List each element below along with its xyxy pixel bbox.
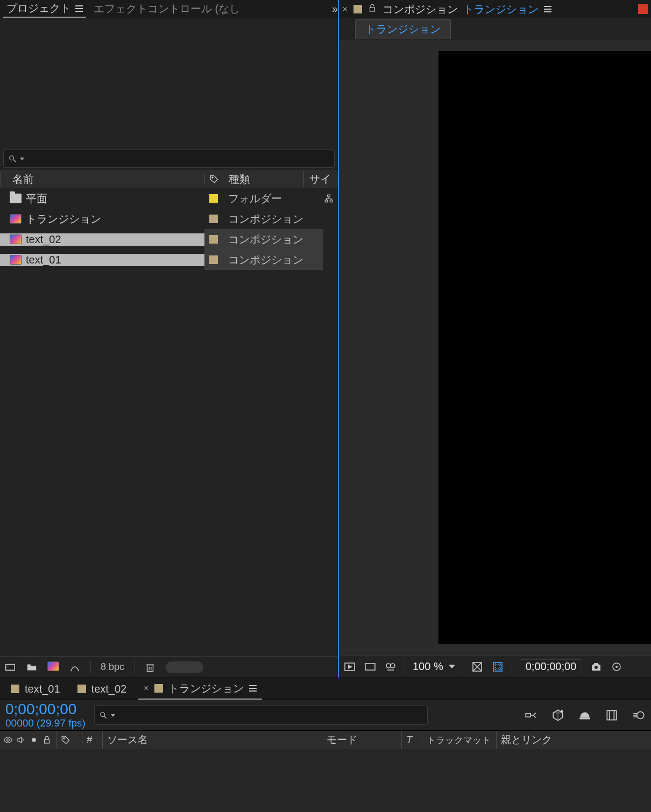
delete-icon[interactable] [144, 661, 156, 673]
column-header-label-color[interactable] [56, 731, 77, 749]
column-header-source[interactable]: ソース名 [102, 731, 317, 749]
toggle-transparency-icon[interactable] [364, 660, 377, 673]
project-column-headers: 名前 種類 サイ [0, 170, 338, 188]
interpret-footage-icon[interactable] [4, 661, 16, 673]
label-color-swatch[interactable] [209, 255, 218, 264]
tag-icon [61, 735, 70, 745]
column-header-t[interactable]: T [401, 731, 418, 749]
motion-blur-icon[interactable] [632, 708, 646, 722]
project-row-type: コンポジション [223, 212, 303, 226]
snapshot-icon[interactable] [590, 660, 603, 673]
layer-switches-header [3, 731, 52, 749]
solo-icon[interactable] [29, 735, 39, 745]
tab-close-icon[interactable]: × [144, 683, 148, 693]
label-color-swatch[interactable] [209, 194, 218, 203]
svg-rect-28 [526, 714, 530, 717]
column-header-label[interactable] [204, 174, 223, 184]
viewer-time-display[interactable]: 0;00;00;00 [520, 659, 583, 674]
new-folder-icon[interactable] [26, 661, 38, 673]
comp-mini-flow-icon[interactable] [524, 708, 538, 722]
viewer-panel-menu-icon[interactable] [544, 6, 551, 12]
search-dropdown-icon[interactable] [20, 158, 24, 160]
composition-viewer-panel: × コンポジション トランジション トランジション 100 % [339, 0, 651, 678]
project-item-list[interactable]: 平面フォルダートランジションコンポジションtext_02コンポジションtext_… [0, 188, 338, 656]
timeline-search-input[interactable] [94, 706, 428, 725]
viewer-canvas-area[interactable] [339, 40, 651, 655]
project-bpc[interactable]: 8 bpc [101, 661, 124, 673]
viewer-panel-tabs: × コンポジション トランジション [339, 0, 651, 18]
new-comp-icon[interactable] [47, 661, 59, 673]
composition-canvas[interactable] [438, 51, 651, 644]
project-row-name: text_01 [26, 254, 61, 266]
column-header-name[interactable]: 名前 [0, 172, 204, 187]
project-row[interactable]: トランジションコンポジション [0, 209, 338, 229]
label-color-swatch[interactable] [209, 235, 218, 244]
viewer-lock-icon[interactable] [367, 3, 377, 15]
cache-indicator-icon [638, 4, 648, 14]
project-row-type: コンポジション [223, 253, 303, 267]
show-snapshot-icon[interactable] [610, 660, 623, 673]
timeline-tab[interactable]: text_01 [5, 678, 66, 700]
svg-marker-14 [348, 665, 352, 669]
tab-swatch [11, 685, 19, 693]
column-header-parent[interactable]: 親とリンク [496, 731, 648, 749]
column-header-type[interactable]: 種類 [223, 172, 303, 187]
tab-project[interactable]: プロジェクト [3, 0, 86, 18]
project-row[interactable]: text_01コンポジション [0, 250, 338, 270]
column-header-mode[interactable]: モード [322, 731, 397, 749]
timeline-timecode[interactable]: 0;00;00;00 00000 (29.97 fps) [5, 701, 86, 729]
eye-icon[interactable] [3, 735, 13, 745]
comp-icon [10, 214, 22, 224]
svg-rect-40 [45, 739, 49, 743]
lock-icon[interactable] [42, 735, 52, 745]
svg-line-27 [104, 716, 107, 718]
project-row-type: フォルダー [223, 191, 303, 206]
flowchart-icon[interactable] [324, 194, 334, 203]
draft3d-icon[interactable] [551, 708, 565, 722]
project-row[interactable]: text_02コンポジション [0, 229, 338, 250]
svg-point-38 [7, 739, 10, 742]
timecode-sub: 00000 (29.97 fps) [5, 718, 86, 729]
speaker-icon[interactable] [16, 735, 26, 745]
svg-point-39 [32, 738, 36, 742]
label-color-swatch[interactable] [209, 215, 218, 223]
column-header-index[interactable]: # [82, 731, 98, 749]
project-row-name: text_02 [26, 233, 61, 246]
project-preview-area [0, 18, 338, 147]
column-header-size[interactable]: サイ [303, 172, 338, 187]
viewer-tab-close-icon[interactable]: × [342, 4, 348, 15]
viewer-tab-swatch [353, 5, 362, 13]
tab-project-label: プロジェクト [6, 1, 71, 16]
timeline-layer-area[interactable] [0, 749, 651, 812]
svg-rect-22 [493, 663, 502, 671]
frame-blend-icon[interactable] [605, 708, 619, 722]
toggle-alpha-icon[interactable] [343, 660, 356, 673]
timeline-column-headers: # ソース名 モード T トラックマット 親とリンク [0, 731, 651, 749]
shy-icon[interactable] [578, 708, 592, 722]
timeline-tab-label: text_02 [91, 683, 127, 695]
panel-menu-icon[interactable] [75, 5, 83, 12]
svg-rect-12 [370, 8, 374, 11]
timeline-tab[interactable]: text_02 [72, 678, 132, 700]
resolution-icon[interactable] [471, 660, 484, 673]
tab-effect-controls[interactable]: エフェクトコントロール (なし [90, 0, 243, 18]
panel-menu-icon[interactable] [249, 685, 257, 692]
region-of-interest-icon[interactable] [491, 660, 504, 673]
timeline-tab-label: トランジション [168, 681, 244, 696]
column-header-trackmatte[interactable]: トラックマット [422, 731, 492, 749]
timeline-tool-icons [524, 708, 646, 722]
project-row[interactable]: 平面フォルダー [0, 188, 338, 209]
viewer-zoom-select[interactable]: 100 % [413, 660, 455, 673]
svg-point-34 [637, 712, 644, 719]
new-adjustment-icon[interactable] [69, 661, 81, 673]
toggle-mask-icon[interactable] [384, 660, 397, 673]
viewer-comp-name[interactable]: トランジション [463, 2, 539, 17]
project-search-input[interactable] [3, 149, 335, 168]
timeline-tab[interactable]: ×トランジション [138, 678, 261, 700]
search-dropdown-icon[interactable] [111, 714, 115, 717]
overflow-chevrons-icon[interactable]: » [332, 3, 335, 15]
svg-rect-30 [579, 717, 590, 719]
chevron-down-icon [449, 665, 455, 668]
viewer-breadcrumb-chip[interactable]: トランジション [355, 19, 451, 39]
timecode-main: 0;00;00;00 [5, 701, 86, 718]
